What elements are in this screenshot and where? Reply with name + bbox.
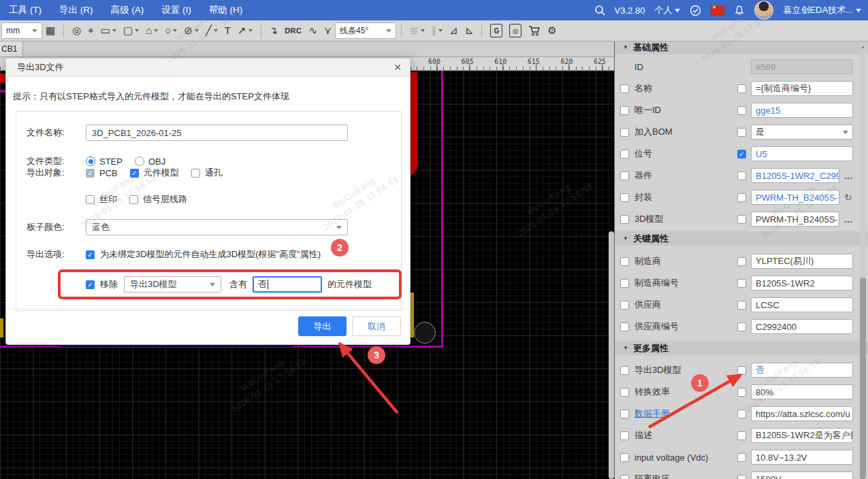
attribute-show-checkbox[interactable] bbox=[620, 475, 629, 479]
attribute-show-checkbox[interactable] bbox=[620, 171, 629, 180]
attribute-value-checkbox[interactable] bbox=[737, 257, 746, 266]
line-mode-select[interactable]: 线条45° bbox=[335, 22, 396, 39]
attribute-show-checkbox[interactable] bbox=[620, 453, 629, 462]
menu-item-3[interactable]: 设置 (I) bbox=[152, 0, 200, 20]
menu-item-4[interactable]: 帮助 (H) bbox=[200, 0, 252, 20]
attribute-value-input[interactable]: gge15 bbox=[751, 103, 853, 118]
rect-tool-icon[interactable]: ▭ bbox=[97, 22, 120, 39]
settings-gear-icon[interactable]: ⚙ bbox=[544, 22, 560, 39]
attribute-value-checkbox[interactable] bbox=[737, 215, 746, 224]
attribute-value-checkbox[interactable] bbox=[737, 193, 746, 202]
attribute-value-input[interactable]: 10.8V~13.2V bbox=[751, 450, 853, 465]
attribute-value-input[interactable]: 否 bbox=[751, 363, 853, 378]
order-cart-icon[interactable] bbox=[525, 22, 544, 39]
auto-generate-checkbox[interactable]: ✓ bbox=[86, 250, 95, 259]
menu-item-2[interactable]: 高级 (A) bbox=[102, 0, 153, 20]
target-checkbox-元件模型[interactable]: ✓ bbox=[130, 169, 139, 178]
tab-pcb[interactable]: CB1 bbox=[0, 42, 23, 56]
attribute-value-checkbox[interactable] bbox=[737, 171, 746, 180]
panel-scrollbar-thumb[interactable] bbox=[860, 278, 866, 479]
attribute-show-checkbox[interactable] bbox=[620, 106, 629, 115]
sync-status-icon[interactable] bbox=[690, 5, 701, 16]
user-avatar[interactable] bbox=[754, 1, 773, 20]
attribute-show-checkbox[interactable] bbox=[620, 193, 629, 202]
via-tool-icon[interactable]: ⌖ bbox=[84, 22, 97, 39]
wire-branch-icon[interactable]: ⋎ bbox=[321, 22, 335, 39]
attribute-value-checkbox[interactable] bbox=[737, 84, 746, 93]
gerber-file-icon[interactable]: G bbox=[487, 22, 506, 39]
menu-item-0[interactable]: 工具 (T) bbox=[0, 0, 50, 20]
attribute-value-input[interactable]: ={制造商编号} bbox=[751, 81, 853, 96]
attribute-value-checkbox[interactable] bbox=[737, 453, 746, 462]
target-checkbox-通孔[interactable] bbox=[191, 169, 200, 178]
attribute-value-input[interactable]: B1205S-1WR2_C299 bbox=[751, 168, 839, 183]
section-header[interactable]: ▼更多属性 bbox=[615, 341, 868, 355]
attribute-value-input[interactable]: e569 bbox=[751, 59, 853, 74]
attribute-value-input[interactable]: YLPTEC(易川) bbox=[751, 254, 853, 269]
notifications-bell-icon[interactable] bbox=[734, 5, 745, 16]
attribute-show-checkbox[interactable] bbox=[620, 410, 629, 418]
attribute-value-input[interactable]: 1500V bbox=[751, 472, 853, 479]
dimension-tool-icon[interactable]: ↗ bbox=[234, 22, 256, 39]
attribute-show-checkbox[interactable] bbox=[620, 257, 629, 266]
attribute-show-checkbox[interactable] bbox=[620, 279, 629, 288]
attribute-show-checkbox[interactable] bbox=[620, 388, 629, 397]
attribute-value-input[interactable]: U5 bbox=[751, 146, 853, 161]
dialog-titlebar[interactable]: 导出3D文件 ✕ bbox=[6, 59, 410, 77]
keepout-tool-icon[interactable]: ⊘ bbox=[180, 22, 202, 39]
more-options-icon[interactable]: … bbox=[842, 171, 854, 181]
contains-value-input[interactable]: 否 bbox=[253, 276, 322, 293]
board-color-select[interactable]: 蓝色 bbox=[86, 219, 348, 235]
grid-settings-icon[interactable]: ▦ bbox=[42, 22, 59, 39]
attribute-value-checkbox[interactable] bbox=[737, 388, 746, 397]
cancel-button[interactable]: 取消 bbox=[352, 316, 401, 336]
datasheet-link[interactable]: 数据手册 bbox=[634, 408, 670, 420]
flip-vertical-icon[interactable]: ⊿ bbox=[462, 22, 477, 39]
attribute-value-checkbox[interactable] bbox=[737, 279, 746, 288]
more-options-icon[interactable]: … bbox=[842, 214, 854, 225]
menu-item-1[interactable]: 导出 (R) bbox=[50, 0, 102, 20]
canvas-scrollbar[interactable] bbox=[609, 231, 614, 479]
target-checkbox-丝印[interactable] bbox=[86, 195, 95, 204]
origin-icon[interactable]: ◎ bbox=[69, 22, 84, 39]
attribute-value-input[interactable]: C2992400 bbox=[751, 319, 853, 334]
attribute-value-checkbox[interactable] bbox=[737, 106, 746, 115]
ellipse-tool-icon[interactable]: ○ bbox=[161, 22, 180, 39]
line-tool-icon[interactable]: ╱ bbox=[202, 22, 221, 39]
drc-check-icon[interactable]: DRC bbox=[281, 22, 305, 39]
scroll-up-icon[interactable]: ▲ bbox=[860, 44, 866, 49]
target-checkbox-信号层线路[interactable] bbox=[129, 195, 138, 204]
attribute-value-input[interactable]: https://atta.szlcsc.com/u bbox=[751, 406, 853, 421]
attribute-value-input[interactable]: B1205S-1WR2是为客户提 bbox=[751, 428, 853, 443]
attribute-value-input[interactable]: PWRM-TH_B2405S-1 bbox=[751, 212, 839, 227]
close-icon[interactable]: ✕ bbox=[393, 63, 402, 72]
scope-dropdown[interactable]: 个人 bbox=[654, 4, 680, 16]
attribute-value-input[interactable]: B1205S-1WR2 bbox=[751, 276, 853, 291]
remove-attribute-select[interactable]: 导出3D模型 bbox=[124, 276, 221, 293]
file-name-input[interactable]: 3D_PCB1_2026-01-25 bbox=[86, 125, 348, 141]
attribute-show-checkbox[interactable] bbox=[620, 84, 629, 93]
attribute-show-checkbox[interactable] bbox=[620, 301, 629, 310]
unit-select[interactable]: mm bbox=[1, 22, 42, 39]
flip-horizontal-icon[interactable]: ⊿ bbox=[446, 22, 462, 39]
attribute-show-checkbox[interactable] bbox=[620, 323, 629, 331]
attribute-show-checkbox[interactable] bbox=[620, 366, 629, 375]
attribute-show-checkbox[interactable] bbox=[620, 150, 629, 159]
attribute-show-checkbox[interactable] bbox=[620, 128, 629, 137]
refresh-icon[interactable]: ↻ bbox=[842, 192, 854, 203]
attribute-value-checkbox[interactable] bbox=[737, 128, 746, 137]
attribute-value-input[interactable]: 是 bbox=[751, 125, 853, 139]
attribute-value-checkbox[interactable]: ✓ bbox=[737, 150, 746, 159]
language-flag-icon[interactable] bbox=[711, 6, 724, 15]
import-icon[interactable]: ↴ bbox=[266, 22, 282, 39]
attribute-value-checkbox[interactable] bbox=[737, 366, 746, 375]
account-dropdown[interactable]: 嘉立创EDA技术... bbox=[783, 4, 861, 16]
attribute-value-input[interactable]: PWRM-TH_B2405S- bbox=[751, 190, 839, 205]
text-tool-icon[interactable]: T bbox=[221, 22, 234, 39]
fabrication-file-icon[interactable]: ◎ bbox=[506, 22, 525, 39]
attribute-value-checkbox[interactable] bbox=[737, 410, 746, 418]
attribute-value-checkbox[interactable] bbox=[737, 301, 746, 310]
search-icon[interactable] bbox=[594, 5, 605, 16]
align-icon[interactable]: ≣ bbox=[406, 22, 428, 39]
remove-model-checkbox[interactable]: ✓ bbox=[86, 280, 95, 289]
